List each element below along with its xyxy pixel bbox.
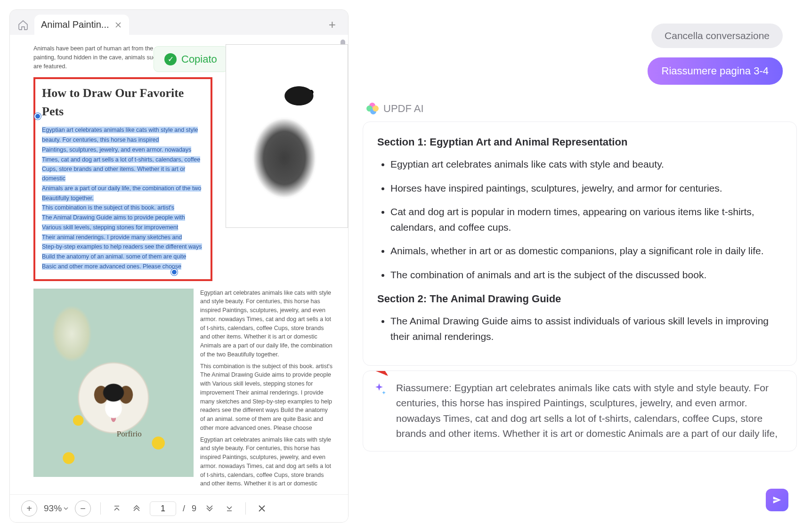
selected-text[interactable]: Egyptian art celebrates animals like cat… — [42, 125, 204, 271]
check-icon: ✓ — [164, 53, 177, 65]
selection-start-handle[interactable] — [34, 113, 41, 120]
last-page-button[interactable] — [223, 502, 236, 515]
send-button[interactable] — [766, 489, 788, 511]
chat-input-text[interactable]: Riassumere: Egyptian art celebrates anim… — [396, 380, 783, 442]
page-input[interactable]: 1 — [150, 501, 176, 516]
clear-conversation-button[interactable]: Cancella conversazione — [651, 24, 783, 48]
zoom-out-button[interactable]: − — [75, 500, 91, 516]
dog-sketch-image — [226, 44, 348, 228]
body-text-column: Egyptian art celebrates animals like cat… — [200, 289, 334, 492]
section2-list: The Animal Drawing Guide aims to assist … — [377, 314, 782, 344]
zoom-level[interactable]: 93% — [44, 503, 68, 514]
document-tab[interactable]: Animal Paintin... — [34, 15, 129, 35]
list-item: Egyptian art celebrates animals like cat… — [390, 157, 782, 172]
list-item: The combination of animals and art is th… — [390, 267, 782, 283]
tab-title: Animal Paintin... — [41, 19, 109, 30]
selection-highlight-box: How to Draw Our Favorite Pets Egyptian a… — [33, 77, 212, 281]
page-separator: / — [183, 504, 185, 514]
section1-title: Section 1: Egyptian Art and Animal Repre… — [377, 134, 782, 150]
section2-title: Section 2: The Animal Drawing Guide — [377, 291, 782, 307]
prev-page-button[interactable] — [130, 502, 143, 515]
list-item: The Animal Drawing Guide aims to assist … — [390, 314, 782, 344]
chat-input-box[interactable]: Riassumere: Egyptian art celebrates anim… — [363, 371, 797, 451]
tab-bar: Animal Paintin... + — [10, 10, 348, 35]
ai-response-card: Section 1: Egyptian Art and Animal Repre… — [363, 121, 797, 366]
image-signature: Porfirio — [117, 428, 142, 440]
document-scroll-area[interactable]: ✓ Copiato Animals have been part of huma… — [10, 35, 348, 494]
sparkle-icon — [373, 382, 387, 395]
viewer-toolbar: + 93% − 1 / 9 — [10, 494, 348, 522]
list-item: Cat and dog art is popular in modern tim… — [390, 204, 782, 235]
next-page-button[interactable] — [203, 502, 216, 515]
first-page-button[interactable] — [110, 502, 123, 515]
ai-chat-pane: Cancella conversazione Riassumere pagina… — [349, 9, 802, 523]
chevron-down-icon — [64, 507, 68, 510]
page-heading: How to Draw Our Favorite Pets — [42, 84, 204, 121]
document-viewer-pane: Animal Paintin... + ✓ Copiato Animals ha… — [9, 9, 349, 523]
copied-toast: ✓ Copiato — [154, 46, 228, 72]
list-item: Horses have inspired paintings, sculptur… — [390, 181, 782, 196]
zoom-in-button[interactable]: + — [21, 500, 37, 516]
divider — [100, 502, 101, 515]
add-tab-button[interactable]: + — [323, 17, 341, 32]
section1-list: Egyptian art celebrates animals like cat… — [377, 157, 782, 282]
ai-response-header: UPDF AI — [366, 103, 797, 115]
user-message-bubble: Riassumere pagina 3-4 — [648, 57, 783, 85]
document-page: ✓ Copiato Animals have been part of huma… — [33, 44, 334, 491]
selection-end-handle[interactable] — [171, 269, 178, 275]
divider — [245, 502, 246, 515]
embroidery-dog-image: Porfirio — [33, 289, 194, 477]
updf-logo-icon — [366, 103, 379, 115]
list-item: Animals, whether in art or as domestic c… — [390, 243, 782, 259]
close-tab-icon[interactable] — [114, 21, 122, 29]
home-icon[interactable] — [16, 18, 30, 32]
ai-label: UPDF AI — [383, 103, 424, 115]
toast-label: Copiato — [181, 51, 217, 67]
page-total: 9 — [192, 504, 196, 514]
close-viewer-button[interactable] — [255, 502, 268, 515]
